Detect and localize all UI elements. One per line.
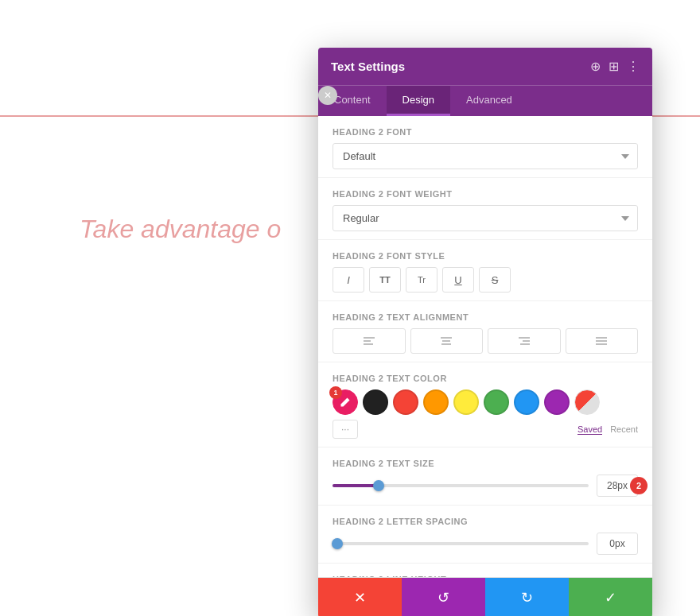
- text-size-slider-row: 28px 2: [332, 475, 638, 497]
- style-italic[interactable]: I: [332, 267, 364, 293]
- color-more-button[interactable]: ···: [332, 420, 358, 439]
- save-button[interactable]: ✓: [569, 578, 652, 616]
- align-right[interactable]: [488, 328, 561, 354]
- h2-font-style-label: Heading 2 Font Style: [332, 251, 638, 261]
- section-h2-font: Heading 2 Font Default: [318, 116, 652, 178]
- tab-design[interactable]: Design: [387, 86, 450, 116]
- letter-spacing-value[interactable]: 0px: [597, 533, 638, 555]
- h2-text-size-label: Heading 2 Text Size: [332, 459, 638, 468]
- h2-font-select[interactable]: Default: [332, 143, 638, 169]
- redo-icon: ↻: [521, 589, 533, 606]
- color-swatch-green[interactable]: [484, 389, 509, 415]
- color-tab-recent[interactable]: Recent: [610, 424, 638, 435]
- color-swatch-black[interactable]: [363, 389, 388, 415]
- tabs-bar: Content Design Advanced: [318, 85, 652, 116]
- modal-body: Heading 2 Font Default Heading 2 Font We…: [318, 116, 652, 577]
- font-style-buttons: I TT Tr U S: [332, 267, 638, 293]
- letter-spacing-thumb[interactable]: [332, 538, 343, 549]
- style-underline[interactable]: U: [442, 267, 474, 293]
- save-icon: ✓: [605, 589, 616, 606]
- h2-font-label: Heading 2 Font: [332, 127, 638, 137]
- h2-font-weight-label: Heading 2 Font Weight: [332, 189, 638, 199]
- modal-title: Text Settings: [331, 60, 405, 73]
- color-tab-saved[interactable]: Saved: [578, 424, 602, 435]
- text-settings-modal: Text Settings ⊕ ⊞ ⋮ Content Design Advan…: [318, 48, 652, 616]
- color-swatches-row: 1: [332, 389, 638, 415]
- header-icons: ⊕ ⊞ ⋮: [590, 59, 640, 74]
- color-tabs: Saved Recent: [578, 424, 638, 435]
- letter-spacing-track[interactable]: [332, 542, 589, 545]
- target-icon[interactable]: ⊕: [590, 59, 601, 74]
- color-swatch-active-wrap: 1: [332, 389, 358, 415]
- color-swatch-gradient[interactable]: [574, 389, 600, 415]
- color-swatch-blue[interactable]: [514, 389, 539, 415]
- style-uppercase[interactable]: TT: [369, 267, 401, 293]
- section-h2-text-size: Heading 2 Text Size 28px 2: [318, 447, 652, 506]
- section-h2-text-color: Heading 2 Text Color 1 ···: [318, 362, 652, 447]
- page-bg-text: Take advantage o: [80, 215, 281, 244]
- text-size-thumb[interactable]: [373, 480, 384, 491]
- color-swatch-red[interactable]: [393, 389, 418, 415]
- cancel-button[interactable]: ✕: [318, 578, 402, 616]
- align-left[interactable]: [332, 328, 406, 354]
- modal-header: Text Settings ⊕ ⊞ ⋮: [318, 48, 652, 85]
- section-h2-line-height: Heading 2 Line Height 1em: [318, 564, 652, 577]
- color-dots-row: ··· Saved Recent: [332, 420, 638, 439]
- reset-icon: ↺: [438, 589, 449, 606]
- section-h2-font-weight: Heading 2 Font Weight Regular: [318, 178, 652, 240]
- h2-text-color-label: Heading 2 Text Color: [332, 374, 638, 383]
- style-capitalize[interactable]: Tr: [406, 267, 438, 293]
- style-strikethrough[interactable]: S: [479, 267, 511, 293]
- align-buttons: [332, 328, 638, 354]
- section-h2-font-style: Heading 2 Font Style I TT Tr U S: [318, 240, 652, 301]
- swatch-badge-1: 1: [329, 386, 342, 399]
- section-h2-text-align: Heading 2 Text Alignment: [318, 301, 652, 362]
- h2-font-weight-select[interactable]: Regular: [332, 205, 638, 231]
- align-center[interactable]: [410, 328, 484, 354]
- align-justify[interactable]: [566, 328, 639, 354]
- step-badge-2: 2: [630, 477, 648, 494]
- color-swatch-orange[interactable]: [423, 389, 449, 415]
- more-icon[interactable]: ⋮: [627, 59, 640, 74]
- text-size-track[interactable]: [332, 484, 589, 487]
- color-swatch-purple[interactable]: [544, 389, 570, 415]
- columns-icon[interactable]: ⊞: [609, 59, 619, 74]
- section-h2-letter-spacing: Heading 2 Letter Spacing 0px: [318, 506, 652, 564]
- h2-text-align-label: Heading 2 Text Alignment: [332, 312, 638, 322]
- cancel-icon: ✕: [354, 589, 366, 606]
- tab-advanced[interactable]: Advanced: [450, 86, 528, 116]
- letter-spacing-slider-row: 0px: [332, 533, 638, 555]
- text-size-fill: [332, 484, 379, 487]
- h2-letter-spacing-label: Heading 2 Letter Spacing: [332, 517, 638, 526]
- reset-button[interactable]: ↺: [402, 578, 485, 616]
- redo-button[interactable]: ↻: [485, 578, 569, 616]
- modal-footer: ✕ ↺ ↻ ✓: [318, 577, 652, 616]
- color-swatch-yellow[interactable]: [453, 389, 479, 415]
- close-button[interactable]: ✕: [318, 86, 337, 105]
